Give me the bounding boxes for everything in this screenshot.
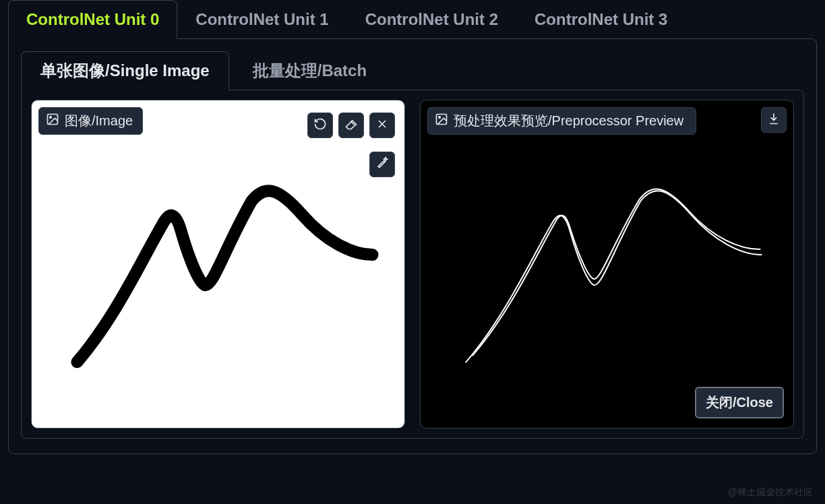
preview-sketch bbox=[421, 100, 793, 428]
input-sketch bbox=[32, 100, 404, 428]
tab-controlnet-unit-3[interactable]: ControlNet Unit 3 bbox=[516, 0, 685, 39]
close-icon bbox=[375, 117, 389, 133]
download-button[interactable] bbox=[761, 107, 787, 133]
undo-icon bbox=[313, 117, 327, 133]
svg-point-6 bbox=[439, 117, 441, 119]
canvas-toolbar-secondary bbox=[369, 152, 395, 177]
preview-label: 预处理效果预览/Preprocessor Preview bbox=[427, 107, 696, 135]
close-preview-button[interactable]: 关闭/Close bbox=[695, 387, 784, 418]
brush-settings-button[interactable] bbox=[369, 152, 395, 177]
image-icon bbox=[435, 113, 448, 129]
tab-batch[interactable]: 批量处理/Batch bbox=[233, 51, 386, 90]
input-image-canvas[interactable]: 图像/Image bbox=[31, 100, 405, 429]
preview-toolbar bbox=[761, 107, 787, 133]
undo-button[interactable] bbox=[307, 113, 333, 138]
input-image-label: 图像/Image bbox=[38, 107, 143, 135]
input-image-label-text: 图像/Image bbox=[65, 112, 133, 130]
tab-controlnet-unit-1[interactable]: ControlNet Unit 1 bbox=[177, 0, 346, 39]
eraser-icon bbox=[344, 117, 358, 133]
input-mode-tabs: 单张图像/Single Image 批量处理/Batch bbox=[21, 51, 804, 90]
magic-wand-icon bbox=[375, 156, 389, 172]
clear-button[interactable] bbox=[369, 113, 395, 138]
svg-point-1 bbox=[50, 117, 52, 119]
watermark: @稀土掘金技术社区 bbox=[728, 486, 813, 499]
controlnet-unit-tabs: ControlNet Unit 0 ControlNet Unit 1 Cont… bbox=[0, 0, 825, 39]
tab-controlnet-unit-0[interactable]: ControlNet Unit 0 bbox=[8, 0, 177, 39]
tab-controlnet-unit-2[interactable]: ControlNet Unit 2 bbox=[347, 0, 516, 39]
tab-single-image[interactable]: 单张图像/Single Image bbox=[21, 51, 229, 90]
image-panels: 图像/Image bbox=[21, 90, 804, 439]
canvas-toolbar bbox=[307, 113, 395, 138]
image-icon bbox=[46, 113, 59, 129]
preview-label-text: 预处理效果预览/Preprocessor Preview bbox=[454, 112, 683, 130]
erase-button[interactable] bbox=[338, 113, 364, 138]
controlnet-panel: 单张图像/Single Image 批量处理/Batch 图像/Image bbox=[8, 38, 817, 454]
preprocessor-preview-canvas[interactable]: 预处理效果预览/Preprocessor Preview 关闭/Close bbox=[420, 100, 794, 429]
download-icon bbox=[767, 112, 781, 128]
